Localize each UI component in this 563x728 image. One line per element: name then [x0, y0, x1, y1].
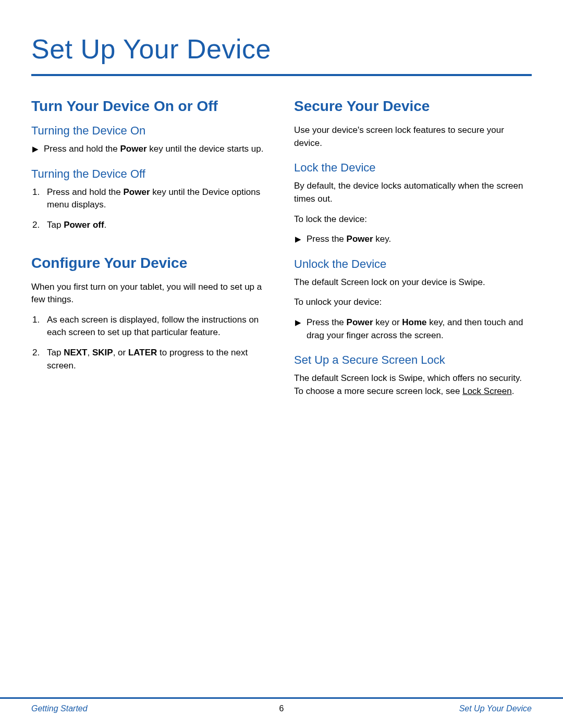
triangle-icon: ▶ [295, 233, 301, 245]
footer-right: Set Up Your Device [459, 704, 532, 713]
bullet-text: Press and hold the Power key until the d… [44, 143, 263, 156]
content-columns: Turn Your Device On or Off Turning the D… [31, 98, 532, 405]
paragraph: When you first turn on your tablet, you … [31, 281, 269, 306]
heading-turn-on-off: Turn Your Device On or Off [31, 98, 269, 115]
title-rule [31, 74, 532, 76]
bullet-text: Press the Power key. [307, 233, 391, 246]
ordered-list: Press and hold the Power key until the D… [31, 186, 269, 232]
list-item-text: Tap NEXT, SKIP, or LATER to progress to … [47, 347, 269, 372]
link-lock-screen[interactable]: Lock Screen [462, 386, 512, 396]
subheading-unlock: Unlock the Device [294, 257, 532, 271]
bullet-item: ▶ Press the Power key. [294, 233, 532, 246]
heading-configure: Configure Your Device [31, 255, 269, 272]
paragraph: Use your device's screen lock features t… [294, 124, 532, 150]
text-span: . [512, 386, 515, 396]
bullet-text: Press the Power key or Home key, and the… [307, 316, 532, 342]
paragraph: By default, the device locks automatical… [294, 180, 532, 205]
list-item: Press and hold the Power key until the D… [31, 186, 269, 212]
footer-left: Getting Started [31, 704, 88, 713]
list-item: Tap NEXT, SKIP, or LATER to progress to … [31, 347, 269, 372]
paragraph: To lock the device: [294, 213, 532, 226]
list-item: As each screen is displayed, follow the … [31, 314, 269, 339]
paragraph: The default Screen lock on your device i… [294, 276, 532, 289]
left-column: Turn Your Device On or Off Turning the D… [31, 98, 269, 405]
footer-page-number: 6 [279, 704, 284, 713]
subheading-lock: Lock the Device [294, 161, 532, 175]
paragraph: To unlock your device: [294, 296, 532, 309]
subheading-secure-lock: Set Up a Secure Screen Lock [294, 353, 532, 367]
subheading-turning-on: Turning the Device On [31, 124, 269, 138]
heading-secure: Secure Your Device [294, 98, 532, 115]
paragraph: The default Screen lock is Swipe, which … [294, 372, 532, 398]
triangle-icon: ▶ [295, 316, 301, 329]
page-title: Set Up Your Device [31, 33, 532, 65]
list-item-text: Tap Power off. [47, 219, 106, 232]
right-column: Secure Your Device Use your device's scr… [294, 98, 532, 405]
bullet-item: ▶ Press and hold the Power key until the… [31, 143, 269, 156]
subheading-turning-off: Turning the Device Off [31, 167, 269, 181]
ordered-list: As each screen is displayed, follow the … [31, 314, 269, 373]
page-footer: Getting Started 6 Set Up Your Device [0, 697, 563, 728]
triangle-icon: ▶ [32, 143, 39, 155]
bullet-item: ▶ Press the Power key or Home key, and t… [294, 316, 532, 342]
list-item-text: As each screen is displayed, follow the … [47, 314, 269, 339]
list-item-text: Press and hold the Power key until the D… [47, 186, 269, 212]
list-item: Tap Power off. [31, 219, 269, 232]
